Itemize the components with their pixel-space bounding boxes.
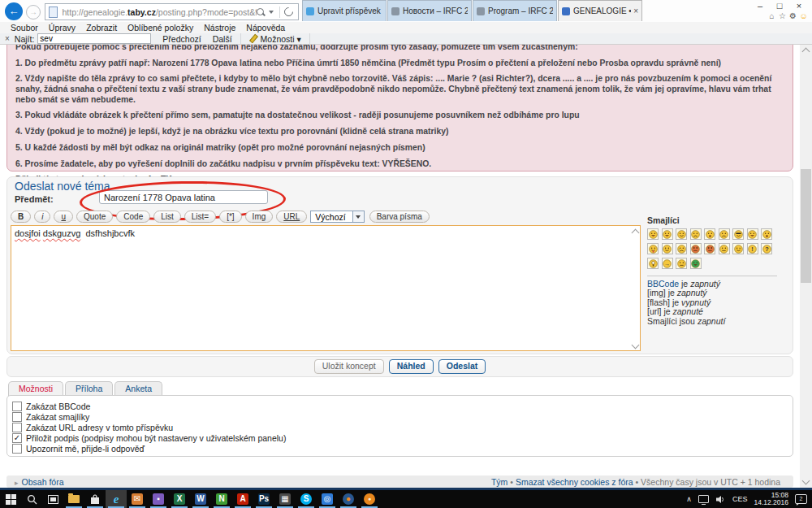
refresh-icon[interactable] [283, 6, 296, 19]
maximize-button[interactable]: □ [770, 0, 789, 12]
search-icon[interactable] [21, 490, 42, 508]
smiley-razz-icon[interactable] [647, 243, 659, 254]
tray-chevron-icon[interactable]: ∧ [686, 495, 692, 503]
close-button[interactable]: × [789, 0, 809, 12]
smiley-grin-icon[interactable] [662, 228, 673, 240]
scroll-down-icon[interactable] [802, 477, 810, 485]
smiley-mrgreen-icon[interactable] [690, 258, 702, 269]
bbcode-button-url[interactable]: URL [276, 211, 307, 223]
bbcode-button-list=[interactable]: List= [184, 211, 216, 223]
bbcode-button-quote[interactable]: Quote [76, 211, 113, 223]
smiley-laugh-icon[interactable] [647, 228, 659, 240]
find-input[interactable] [37, 33, 151, 44]
footer-link[interactable]: Smazat všechny cookies z fóra [516, 477, 633, 487]
save-draft-button[interactable]: Uložit koncept [314, 359, 384, 374]
scrollbar-thumb[interactable] [801, 169, 811, 283]
browser-tab[interactable]: Новости – IRFC 2017 [387, 0, 472, 21]
bbcode-button-i[interactable]: i [34, 211, 50, 223]
message-textarea[interactable]: dosjfoi dskguzvg dsfhshjbcvfk [11, 225, 641, 351]
smiley-idea-icon[interactable] [647, 258, 659, 269]
find-next-button[interactable]: Další [213, 34, 232, 44]
action-center-icon[interactable]: 2 [795, 494, 807, 504]
outlook-icon[interactable]: ✉ [127, 490, 148, 508]
minimize-button[interactable]: – [750, 0, 770, 12]
menu-item-soubor[interactable]: Soubor [11, 23, 38, 33]
menu-item-zobrazit[interactable]: Zobrazit [86, 23, 117, 33]
fox-app-icon[interactable]: ● [338, 490, 359, 508]
checkbox[interactable] [12, 423, 22, 432]
smiley-shock-icon[interactable] [704, 228, 715, 240]
tab-monosti[interactable]: Možnosti [8, 381, 63, 396]
browser-tab[interactable]: Upravit příspěvek - IRFC 2017 –... [302, 0, 387, 21]
clock[interactable]: 15:08 14.12.2016 [754, 492, 788, 506]
smiley-wink-icon[interactable] [732, 243, 744, 254]
bbcode-button-img[interactable]: Img [245, 211, 274, 223]
page-scrollbar[interactable] [800, 45, 812, 488]
find-close-icon[interactable]: × [5, 34, 10, 43]
file-explorer-icon[interactable] [63, 490, 84, 508]
task-view-icon[interactable] [42, 490, 63, 508]
smiley-surprised-icon[interactable] [761, 228, 772, 240]
smiley-cry-icon[interactable] [676, 243, 687, 254]
url-text[interactable]: http://genealogie.taby.cz/posting.php?mo… [62, 7, 257, 17]
smiley-feedback-icon[interactable]: ☺ [798, 11, 809, 20]
start-icon[interactable] [0, 490, 21, 508]
bbcode-link[interactable]: BBCode [647, 279, 679, 289]
network-icon[interactable] [698, 495, 709, 503]
settings-gear-icon[interactable]: ⚙ [788, 11, 798, 20]
back-button[interactable]: ← [5, 2, 23, 20]
font-color-button[interactable]: Barva písma [369, 211, 430, 223]
browser-tab[interactable]: GENEALOGIE • Odeslat nov...× [558, 0, 642, 21]
green-app-icon[interactable]: N [211, 490, 232, 508]
bbcode-button-code[interactable]: Code [116, 211, 150, 223]
bbcode-button-list[interactable]: List [153, 211, 181, 223]
home-icon[interactable]: ⌂ [767, 11, 777, 20]
checkbox[interactable] [12, 402, 22, 411]
browser-tab[interactable]: Program – IRFC 2017 [473, 0, 557, 21]
bbcode-button-b[interactable]: B [11, 211, 31, 223]
search-dropdown-caret-icon[interactable] [269, 11, 274, 14]
footer-link[interactable]: Tým [491, 477, 508, 487]
tab-ploha[interactable]: Příloha [65, 381, 113, 396]
smiley-dizzy-icon[interactable] [719, 228, 730, 240]
acrobat-icon[interactable]: A [232, 490, 253, 508]
menu-item-oblbenpoloky[interactable]: Oblíbené položky [127, 23, 193, 33]
tab-close-icon[interactable]: × [633, 7, 638, 15]
skype-icon[interactable]: S [296, 490, 317, 508]
smiley-sad-icon[interactable] [690, 228, 702, 240]
scroll-up-icon[interactable] [802, 48, 810, 56]
smiley-roll-icon[interactable] [719, 243, 730, 254]
forum-index-link[interactable]: ▸Obsah fóra [15, 477, 63, 487]
blue-app-icon[interactable]: ◎ [317, 490, 338, 508]
bbcode-button-[*][interactable]: [*] [219, 211, 241, 223]
word-icon[interactable]: W [190, 490, 211, 508]
preview-button[interactable]: Náhled [389, 359, 434, 374]
menu-item-nstroje[interactable]: Nástroje [204, 23, 235, 33]
internet-explorer-icon[interactable]: e [106, 490, 127, 508]
smiley-arrow-icon[interactable]: → [662, 258, 673, 269]
smiley-cool-icon[interactable] [732, 228, 744, 240]
tab-anketa[interactable]: Anketa [114, 381, 162, 396]
smiley-exclaim-icon[interactable]: ! [747, 243, 758, 254]
excel-icon[interactable]: X [169, 490, 190, 508]
find-options-button[interactable]: Možnosti ▾ [261, 34, 301, 44]
font-size-select[interactable]: Výchozí [310, 211, 364, 223]
find-prev-button[interactable]: Předchozí [162, 34, 201, 44]
menu-item-pravy[interactable]: Úpravy [49, 23, 76, 33]
highlighter-pen-icon[interactable] [249, 34, 258, 44]
photoshop-icon[interactable]: Ps [253, 490, 274, 508]
checkbox-checked[interactable]: ✓ [12, 433, 22, 443]
smiley-lol-icon[interactable] [747, 228, 758, 240]
search-icon[interactable] [257, 8, 264, 15]
smiley-neutral-icon[interactable] [676, 258, 687, 269]
forward-button[interactable]: → [26, 5, 41, 20]
store-icon[interactable] [84, 490, 106, 508]
calculator-icon[interactable]: ▦ [274, 490, 296, 508]
floppy-app-icon[interactable]: ▪ [148, 490, 169, 508]
smiley-evil-icon[interactable] [690, 243, 702, 254]
smiley-oops-icon[interactable] [662, 243, 673, 254]
checkbox[interactable] [12, 444, 22, 454]
orange-app-icon[interactable]: ● [359, 490, 380, 508]
bbcode-button-u[interactable]: u [54, 211, 73, 223]
smiley-twisted-icon[interactable] [704, 243, 715, 254]
